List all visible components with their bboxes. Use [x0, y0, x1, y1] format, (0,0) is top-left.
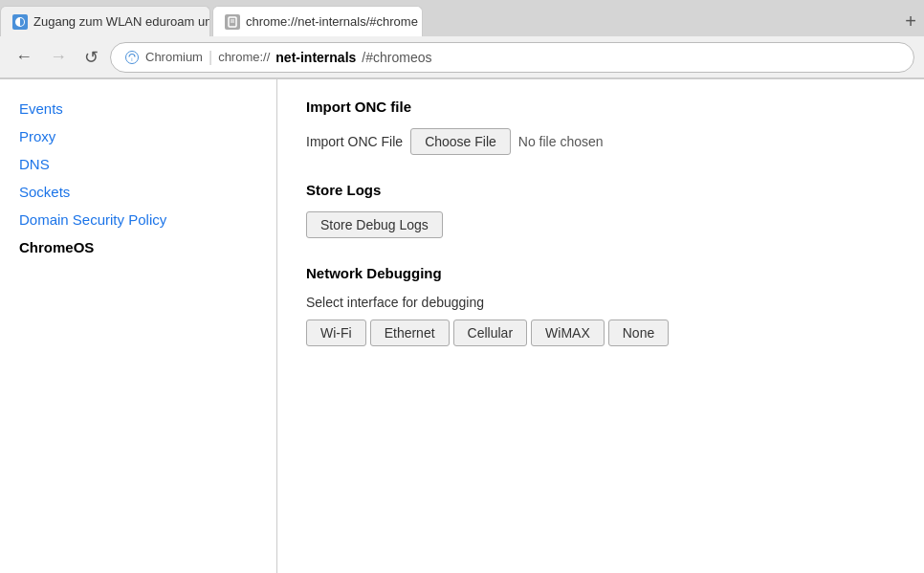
sidebar-item-dns[interactable]: DNS — [0, 150, 276, 178]
ethernet-button[interactable]: Ethernet — [370, 320, 450, 346]
tab-favicon-1 — [12, 14, 28, 30]
import-onc-label: Import ONC File — [306, 134, 403, 149]
address-bar: ← → ↺ i Chromium | chrome://net-internal… — [0, 36, 924, 78]
address-browser-name: Chromium — [145, 50, 203, 64]
store-logs-row: Store Debug Logs — [306, 211, 895, 238]
sidebar-item-proxy[interactable]: Proxy — [0, 122, 276, 150]
cellular-button[interactable]: Cellular — [453, 320, 527, 346]
svg-text:i: i — [131, 56, 132, 62]
none-button[interactable]: None — [608, 320, 669, 346]
forward-button[interactable]: → — [44, 43, 73, 71]
import-onc-section: Import ONC file Import ONC File Choose F… — [306, 99, 895, 155]
address-scheme: chrome:// — [218, 50, 270, 64]
address-host: net-internals — [275, 50, 356, 65]
wifi-button[interactable]: Wi-Fi — [306, 320, 366, 346]
tab-2-label: chrome://net-internals/#chrome — [246, 14, 418, 29]
tab-favicon-2 — [225, 14, 240, 30]
browser-chrome: Zugang zum WLAN eduroam un... × chrome:/… — [0, 0, 924, 79]
tab-bar: Zugang zum WLAN eduroam un... × chrome:/… — [0, 0, 924, 36]
tab-1-label: Zugang zum WLAN eduroam un... — [33, 14, 210, 29]
network-debugging-title: Network Debugging — [306, 265, 895, 281]
main-content: Import ONC file Import ONC File Choose F… — [277, 79, 924, 573]
choose-file-button[interactable]: Choose File — [410, 128, 511, 155]
sidebar-item-events[interactable]: Events — [0, 95, 276, 122]
tab-2[interactable]: chrome://net-internals/#chrome × — [212, 6, 423, 36]
network-debugging-buttons: Wi-Fi Ethernet Cellular WiMAX None — [306, 320, 895, 346]
import-onc-title: Import ONC file — [306, 99, 895, 115]
back-button[interactable]: ← — [10, 43, 38, 71]
store-logs-title: Store Logs — [306, 182, 895, 198]
store-debug-logs-button[interactable]: Store Debug Logs — [306, 211, 443, 238]
import-onc-row: Import ONC File Choose File No file chos… — [306, 128, 895, 155]
wimax-button[interactable]: WiMAX — [531, 320, 605, 346]
address-input[interactable]: i Chromium | chrome://net-internals/#chr… — [110, 42, 914, 73]
sidebar: Events Proxy DNS Sockets Domain Security… — [0, 79, 277, 573]
tab-1[interactable]: Zugang zum WLAN eduroam un... × — [0, 6, 210, 36]
sidebar-item-sockets[interactable]: Sockets — [0, 178, 276, 206]
page-body: Events Proxy DNS Sockets Domain Security… — [0, 79, 924, 573]
sidebar-item-chromeos[interactable]: ChromeOS — [0, 233, 276, 261]
store-logs-section: Store Logs Store Debug Logs — [306, 182, 895, 238]
secure-icon: i — [124, 50, 140, 65]
sidebar-item-domain-security-policy[interactable]: Domain Security Policy — [0, 206, 276, 233]
address-separator: | — [209, 49, 212, 66]
reload-button[interactable]: ↺ — [78, 43, 104, 72]
new-tab-button[interactable]: + — [897, 7, 924, 36]
no-file-label: No file chosen — [518, 134, 604, 149]
address-path: /#chromeos — [362, 50, 431, 65]
network-debugging-section: Network Debugging Select interface for d… — [306, 265, 895, 346]
network-debugging-label: Select interface for debugging — [306, 295, 895, 310]
